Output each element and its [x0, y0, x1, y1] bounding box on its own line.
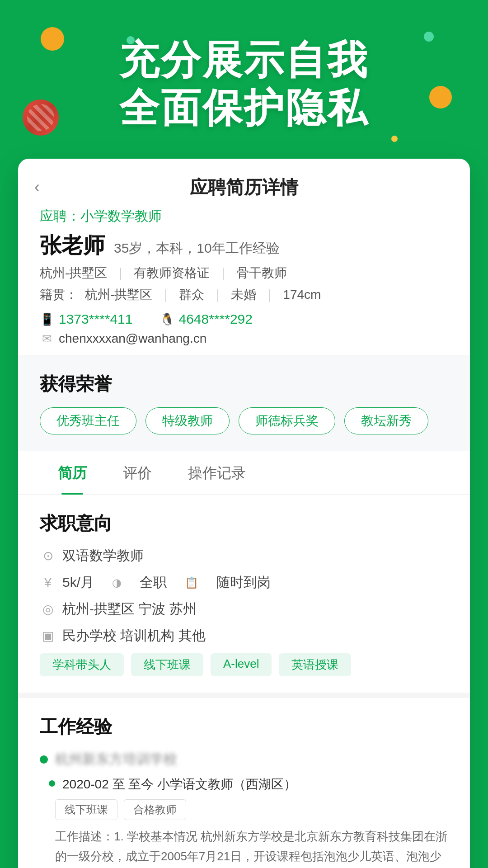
honor-tag-1: 特级教师 — [145, 407, 230, 434]
available-icon: 📋 — [185, 576, 198, 589]
clock-icon: ◑ — [112, 576, 122, 589]
qq-icon: 🐧 — [160, 312, 174, 326]
intention-tag-3: 英语授课 — [279, 653, 351, 676]
work-tags-row: 线下班课 合格教师 — [55, 799, 448, 820]
title-badge: 骨干教师 — [236, 264, 287, 282]
resume-card: ‹ 应聘简历详情 应聘：小学数学教师 张老师 35岁，本科，10年工作经验 杭州… — [18, 159, 470, 868]
work-desc: 工作描述：1. 学校基本情况 杭州新东方学校是北京新东方教育科技集团在浙的一级分… — [55, 826, 448, 868]
email-row: ✉ chenxxxxan@wanhang.cn — [40, 331, 448, 346]
person-name-row: 张老师 35岁，本科，10年工作经验 — [40, 231, 448, 260]
info-row-1: 杭州-拱墅区 ｜ 有教师资格证 ｜ 骨干教师 — [40, 264, 448, 282]
intention-tag-0: 学科带头人 — [40, 653, 124, 676]
honors-section: 获得荣誉 优秀班主任 特级教师 师德标兵奖 教坛新秀 — [18, 355, 470, 451]
apply-prefix: 应聘： — [40, 208, 80, 223]
honor-tag-3: 教坛新秀 — [344, 407, 428, 434]
apply-position: 小学数学教师 — [80, 208, 162, 223]
hero-line2: 全面保护隐私 — [18, 84, 470, 132]
hero-section: 充分展示自我 全面保护隐私 — [0, 0, 488, 159]
hero-title: 充分展示自我 全面保护隐私 — [18, 36, 470, 132]
origin-location: 杭州-拱墅区 — [85, 286, 152, 303]
school-type: 民办学校 培训机构 其他 — [62, 627, 206, 645]
phone-icon: 📱 — [40, 312, 54, 326]
tab-operations[interactable]: 操作记录 — [170, 451, 264, 494]
phone-number: 1373****411 — [59, 311, 133, 327]
position-icon: ⊙ — [40, 548, 56, 564]
location: 杭州-拱墅区 — [40, 264, 107, 282]
honor-tag-2: 师德标兵奖 — [239, 407, 335, 434]
company-dot — [40, 755, 48, 764]
work-detail-row: 2020-02 至 至今 小学语文教师（西湖区） — [49, 776, 448, 793]
marital: 未婚 — [231, 286, 256, 303]
info-row-2: 籍贯： 杭州-拱墅区 ｜ 群众 ｜ 未婚 ｜ 174cm — [40, 286, 448, 303]
availability: 随时到岗 — [216, 573, 271, 592]
tab-review[interactable]: 评价 — [105, 451, 170, 494]
work-tag-1: 合格教师 — [124, 799, 186, 820]
qq-number: 4648****292 — [179, 311, 253, 327]
email-icon: ✉ — [40, 331, 54, 346]
phone-contact: 📱 1373****411 — [40, 311, 133, 327]
company-row: 杭州新东方培训学校 — [40, 750, 448, 769]
apply-tag: 应聘：小学数学教师 — [40, 207, 448, 226]
tab-resume[interactable]: 简历 — [40, 451, 105, 494]
back-button[interactable]: ‹ — [34, 178, 40, 197]
person-meta: 35岁，本科，10年工作经验 — [114, 239, 280, 258]
origin-prefix: 籍贯： — [40, 286, 78, 303]
intention-title: 求职意向 — [40, 511, 448, 536]
honor-tag-0: 优秀班主任 — [40, 407, 136, 434]
honors-tags-row: 优秀班主任 特级教师 师德标兵奖 教坛新秀 — [40, 407, 448, 434]
intention-school-row: ▣ 民办学校 培训机构 其他 — [40, 627, 448, 645]
intention-position: 双语数学教师 — [62, 547, 144, 565]
tabs-row: 简历 评价 操作记录 — [18, 451, 470, 495]
contact-row: 📱 1373****411 🐧 4648****292 — [40, 311, 448, 327]
salary: 5k/月 — [62, 573, 94, 592]
intention-tags: 学科带头人 线下班课 A-level 英语授课 — [40, 653, 448, 676]
hero-line1: 充分展示自我 — [18, 36, 470, 84]
work-type: 全职 — [140, 573, 167, 592]
company-name: 杭州新东方培训学校 — [55, 750, 177, 769]
work-section: 工作经验 杭州新东方培训学校 2020-02 至 至今 小学语文教师（西湖区） … — [18, 693, 470, 868]
height: 174cm — [283, 288, 321, 302]
work-period: 2020-02 至 至今 小学语文教师（西湖区） — [62, 776, 296, 793]
work-dot — [49, 780, 55, 787]
intention-section: 求职意向 ⊙ 双语数学教师 ¥ 5k/月 ◑ 全职 📋 随时到岗 ◎ 杭州-拱墅… — [18, 495, 470, 693]
qualification: 有教师资格证 — [134, 264, 210, 282]
card-title: 应聘简历详情 — [40, 175, 448, 200]
qq-contact: 🐧 4648****292 — [160, 311, 253, 327]
political: 群众 — [179, 286, 204, 303]
intention-location: 杭州-拱墅区 宁波 苏州 — [62, 600, 197, 618]
intention-tag-1: 线下班课 — [131, 653, 203, 676]
intention-location-row: ◎ 杭州-拱墅区 宁波 苏州 — [40, 600, 448, 618]
honors-title: 获得荣誉 — [40, 372, 448, 396]
email-address: chenxxxxan@wanhang.cn — [59, 331, 206, 346]
location-icon: ◎ — [40, 601, 56, 618]
intention-sub-row: 5k/月 ◑ 全职 📋 随时到岗 — [62, 573, 271, 592]
intention-salary-row: ¥ 5k/月 ◑ 全职 📋 随时到岗 — [40, 573, 448, 592]
intention-tag-2: A-level — [211, 653, 272, 676]
card-header: ‹ 应聘简历详情 应聘：小学数学教师 张老师 35岁，本科，10年工作经验 杭州… — [18, 159, 470, 355]
building-icon: ▣ — [40, 628, 56, 644]
person-name: 张老师 — [40, 231, 105, 260]
work-title: 工作经验 — [40, 714, 448, 739]
work-tag-0: 线下班课 — [55, 799, 117, 820]
intention-position-row: ⊙ 双语数学教师 — [40, 547, 448, 565]
salary-icon: ¥ — [40, 575, 56, 591]
page-wrapper: 充分展示自我 全面保护隐私 ‹ 应聘简历详情 应聘：小学数学教师 张老师 35岁… — [0, 0, 488, 868]
